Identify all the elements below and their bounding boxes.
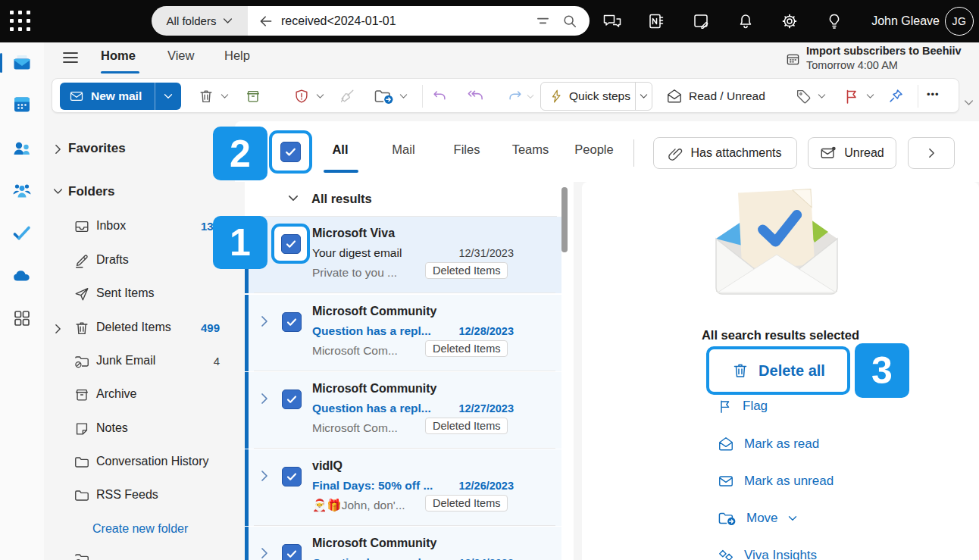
undo-all-icon[interactable]	[466, 87, 485, 105]
filter-icon[interactable]	[536, 14, 550, 28]
filter-tab-all[interactable]: All	[322, 142, 358, 157]
sidebar-item-conversation-history[interactable]: Conversation History	[96, 455, 209, 468]
redo-icon[interactable]	[507, 88, 524, 105]
read-unread-icon[interactable]	[666, 88, 683, 105]
todo-app-icon[interactable]	[12, 224, 32, 243]
filter-tab-mail[interactable]: Mail	[383, 142, 424, 157]
all-results-collapse-icon[interactable]	[288, 195, 299, 202]
groups-app-icon[interactable]	[12, 181, 32, 201]
message-sender: Microsoft Community	[312, 537, 436, 550]
message-row-5[interactable]: Microsoft Community Question has a repl.…	[245, 527, 561, 560]
filter-tab-people[interactable]: People	[572, 142, 616, 157]
calendar-app-icon[interactable]	[12, 95, 32, 114]
more-apps-icon[interactable]	[12, 308, 32, 328]
quick-steps-dropdown[interactable]	[635, 83, 652, 110]
tab-help[interactable]: Help	[224, 48, 250, 63]
message-row-2[interactable]: Microsoft Community Question has a repl.…	[245, 295, 561, 371]
report-shield-icon[interactable]	[293, 88, 310, 105]
avatar[interactable]: JG	[945, 7, 974, 36]
search-input[interactable]: received<2024-01-01	[281, 14, 536, 28]
select-all-checkbox[interactable]	[280, 142, 301, 162]
message-checkbox[interactable]	[282, 312, 302, 332]
sidebar-item-junk[interactable]: Junk Email	[96, 354, 155, 368]
message-checkbox[interactable]	[282, 467, 302, 486]
folders-header[interactable]: Folders	[68, 184, 114, 199]
favorites-header[interactable]: Favorites	[68, 141, 126, 156]
search-scope-dropdown[interactable]: All folders	[152, 6, 248, 36]
flag-dropdown-icon[interactable]	[866, 93, 874, 99]
teams-chat-icon[interactable]	[602, 12, 622, 30]
redo-dropdown-icon	[527, 94, 534, 99]
folders-collapse-icon[interactable]	[53, 188, 63, 195]
notifications-bell-icon[interactable]	[737, 12, 755, 30]
more-filters-button[interactable]	[908, 137, 955, 169]
app-launcher-icon[interactable]	[10, 11, 31, 32]
sidebar-item-deleted[interactable]: Deleted Items	[96, 321, 171, 334]
ribbon-menu-icon[interactable]	[62, 50, 79, 65]
toolbar-divider	[422, 85, 423, 108]
pin-icon[interactable]	[887, 88, 904, 105]
move-to-icon[interactable]	[374, 87, 394, 105]
onenote-icon[interactable]	[647, 12, 665, 30]
search-icon[interactable]	[562, 14, 577, 29]
expand-conversation-icon[interactable]	[261, 393, 268, 405]
list-scrollbar[interactable]	[561, 187, 568, 252]
collapse-ribbon-icon[interactable]	[964, 99, 974, 106]
sidebar-item-sent[interactable]: Sent Items	[96, 286, 154, 300]
quick-steps-label: Quick steps	[569, 89, 630, 103]
viva-insights-action[interactable]: Viva Insights	[718, 547, 817, 560]
message-checkbox[interactable]	[281, 234, 301, 254]
flag-action[interactable]: Flag	[718, 399, 768, 414]
search-bar[interactable]: received<2024-01-01	[248, 6, 590, 36]
filter-tab-teams[interactable]: Teams	[509, 142, 552, 157]
selection-bar	[245, 295, 249, 371]
list-group-header[interactable]: All results	[311, 192, 372, 206]
people-app-icon[interactable]	[12, 139, 32, 158]
delete-icon[interactable]	[198, 88, 214, 105]
mark-as-unread-action[interactable]: Mark as unread	[718, 473, 834, 490]
move-to-dropdown-icon[interactable]	[399, 93, 408, 99]
delete-all-button[interactable]: Delete all	[706, 346, 850, 395]
sidebar-item-archive[interactable]: Archive	[96, 387, 136, 401]
tag-dropdown-icon[interactable]	[818, 93, 826, 99]
message-checkbox[interactable]	[282, 544, 302, 560]
archive-icon[interactable]	[245, 88, 261, 105]
sidebar-item-drafts[interactable]: Drafts	[96, 253, 129, 267]
sidebar-item-rss[interactable]: RSS Feeds	[96, 488, 158, 502]
deleted-items-expand-icon[interactable]	[55, 324, 61, 334]
settings-gear-icon[interactable]	[780, 12, 799, 30]
new-mail-button[interactable]: New mail	[60, 83, 181, 110]
favorites-expand-icon[interactable]	[55, 144, 61, 155]
tips-bulb-icon[interactable]	[825, 12, 843, 30]
more-options-button[interactable]: •••	[927, 89, 940, 100]
delete-dropdown-icon[interactable]	[221, 93, 229, 99]
todo-note-icon[interactable]	[692, 12, 710, 30]
tag-icon[interactable]	[795, 88, 812, 105]
undo-icon[interactable]	[431, 88, 448, 105]
quick-steps-button[interactable]: Quick steps	[540, 82, 652, 111]
back-arrow-icon[interactable]	[258, 14, 274, 29]
filter-tab-files[interactable]: Files	[447, 142, 486, 157]
message-checkbox[interactable]	[282, 389, 302, 409]
tab-home[interactable]: Home	[101, 48, 136, 63]
expand-conversation-icon[interactable]	[261, 547, 268, 559]
reminder-title[interactable]: Import subscribers to Beehiiv	[806, 45, 962, 57]
flag-icon[interactable]	[843, 88, 860, 105]
mail-app-icon[interactable]	[12, 53, 32, 73]
onedrive-app-icon[interactable]	[12, 266, 32, 286]
unread-filter-button[interactable]: Unread	[808, 137, 896, 169]
move-action[interactable]: Move	[718, 510, 797, 527]
expand-conversation-icon[interactable]	[261, 315, 268, 327]
sidebar-item-notes[interactable]: Notes	[96, 421, 128, 435]
new-mail-dropdown[interactable]	[155, 83, 181, 110]
sidebar-item-inbox[interactable]: Inbox	[96, 219, 126, 233]
message-row-4[interactable]: vidIQ Final Days: 50% off ... 12/26/2023…	[245, 449, 561, 526]
read-unread-label[interactable]: Read / Unread	[689, 89, 765, 103]
report-dropdown-icon[interactable]	[316, 93, 324, 99]
create-new-folder-link[interactable]: Create new folder	[92, 522, 188, 536]
message-row-3[interactable]: Microsoft Community Question has a repl.…	[245, 372, 561, 449]
expand-conversation-icon[interactable]	[261, 470, 268, 482]
has-attachments-filter-button[interactable]: Has attachments	[653, 137, 797, 169]
tab-view[interactable]: View	[167, 48, 194, 63]
mark-as-read-action[interactable]: Mark as read	[718, 436, 819, 452]
